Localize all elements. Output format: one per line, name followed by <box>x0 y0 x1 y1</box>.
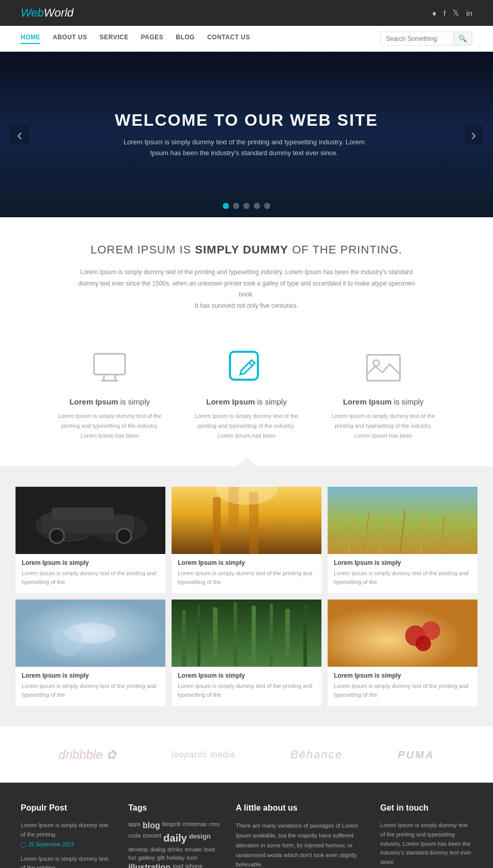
tag-envato[interactable]: envato <box>184 846 202 852</box>
hero-subtitle: Lorem Ipsum is simply dummy text of the … <box>115 137 373 159</box>
feature-3-title: Lorem Ipsum is simply <box>326 397 440 406</box>
portfolio-thumb-3 <box>328 487 477 554</box>
portfolio-thumb-2 <box>172 487 321 554</box>
hero-dot-2[interactable] <box>233 203 239 209</box>
intro-heading-end: OF THE PRINTING. <box>292 243 403 256</box>
footer-contact: Get in touch Lorem Ipsum is simply dummy… <box>380 803 472 868</box>
tag-coda[interactable]: coda <box>128 832 141 844</box>
logo-web: Web <box>21 6 44 19</box>
tag-dialog[interactable]: dialog <box>150 846 165 852</box>
tag-gift[interactable]: gift <box>157 855 165 861</box>
tag-design[interactable]: design <box>189 832 211 844</box>
portfolio-thumb-5 <box>172 600 321 667</box>
tag-develop[interactable]: develop <box>128 846 148 852</box>
about-text: There are many variations of passages of… <box>236 821 364 868</box>
feature-item-2: Lorem Ipsum is simply Lorem Ipsum is sim… <box>189 348 304 440</box>
portfolio-title-6: Lorem Ipsum is simply <box>334 672 471 679</box>
portfolio-item-5: Lorem Ipsum is simply Lorem Ipsum is sim… <box>172 600 321 706</box>
hero-next-button[interactable]: › <box>464 125 483 144</box>
twitter-icon[interactable]: 𝕏 <box>453 8 459 18</box>
top-header: WebWorld ♦ f 𝕏 in <box>0 0 493 26</box>
portfolio-desc-1: Lorem Ipsum is simply dummy text of the … <box>22 569 159 586</box>
contact-desc: Lorem Ipsum is simply dummy text of the … <box>380 821 472 866</box>
portfolio-info-3: Lorem Ipsum is simply Lorem Ipsum is sim… <box>328 554 477 593</box>
tag-blog[interactable]: blog <box>143 821 160 830</box>
facebook-icon[interactable]: f <box>443 9 445 18</box>
tags-cloud: apps blog blogroll christmas cms coda co… <box>128 821 220 868</box>
partner-leopards: leopards media <box>172 750 235 759</box>
tag-icon[interactable]: icon <box>187 855 197 861</box>
rss-icon[interactable]: ♦ <box>432 9 436 18</box>
footer-about: A little about us There are many variati… <box>236 803 364 868</box>
edit-icon <box>189 348 304 389</box>
tag-blogroll[interactable]: blogroll <box>162 821 180 830</box>
post-date-1: ◯ 25 September 2013 <box>21 842 113 847</box>
features-section: Lorem Ipsum is simply Lorem Ipsum is sim… <box>0 332 493 466</box>
search-button[interactable]: 🔍 <box>453 32 472 45</box>
tag-christmas[interactable]: christmas <box>182 821 207 830</box>
tag-gallery[interactable]: gallery <box>138 855 155 861</box>
post-text-2: Lorem Ipsum is simply dummy text of the … <box>21 855 113 868</box>
svg-rect-39 <box>328 600 477 667</box>
tag-fun[interactable]: fun <box>128 855 136 861</box>
portfolio-item-3: Lorem Ipsum is simply Lorem Ipsum is sim… <box>328 487 477 593</box>
clock-icon-1: ◯ <box>21 842 26 847</box>
feature-1-title: Lorem Ipsum is simply <box>52 397 167 406</box>
post-item-2: Lorem Ipsum is simply dummy text of the … <box>21 855 113 868</box>
hero-dot-1[interactable] <box>223 203 229 209</box>
svg-rect-32 <box>197 605 201 667</box>
nav-service[interactable]: SERVICE <box>100 34 129 44</box>
monitor-icon <box>52 348 167 389</box>
about-title: A little about us <box>236 803 364 813</box>
svg-rect-6 <box>367 355 400 381</box>
tag-cms[interactable]: cms <box>209 821 219 830</box>
nav-blog[interactable]: BLOG <box>176 34 195 44</box>
hero-content: WELCOME TO OUR WEB SITE Lorem Ipsum is s… <box>115 111 378 159</box>
svg-rect-36 <box>270 604 273 667</box>
hero-dot-3[interactable] <box>243 203 250 209</box>
portfolio-section: Lorem Ipsum is simply Lorem Ipsum is sim… <box>0 466 493 727</box>
hero-dot-4[interactable] <box>254 203 260 209</box>
tag-daily[interactable]: daily <box>163 832 187 844</box>
tag-iphone[interactable]: iphone <box>186 863 203 868</box>
svg-line-1 <box>103 375 104 381</box>
intro-description: Lorem Ipsum is simply dummy text of the … <box>71 267 422 311</box>
tag-ipad[interactable]: ipad <box>173 863 183 868</box>
svg-rect-35 <box>252 606 256 667</box>
portfolio-item-2: Lorem Ipsum is simply Lorem Ipsum is sim… <box>172 487 321 593</box>
tag-apps[interactable]: apps <box>128 821 141 830</box>
portfolio-title-5: Lorem Ipsum is simply <box>178 672 315 679</box>
svg-point-14 <box>117 529 131 543</box>
svg-rect-33 <box>213 607 218 667</box>
intro-section: LOREM IPSUM IS SIMPLY DUMMY OF THE PRINT… <box>0 217 493 332</box>
nav-pages[interactable]: PAGES <box>141 34 164 44</box>
nav-contact[interactable]: CONTACT US <box>207 34 250 44</box>
partners-section: dribbble ✿ leopards media Bëhance PUMA <box>0 727 493 783</box>
hero-title: WELCOME TO OUR WEB SITE <box>115 111 378 130</box>
svg-point-29 <box>52 625 83 656</box>
portfolio-title-3: Lorem Ipsum is simply <box>334 559 471 566</box>
search-input[interactable] <box>381 33 453 45</box>
hero-dot-5[interactable] <box>264 203 270 209</box>
tag-concert[interactable]: concert <box>143 832 161 844</box>
portfolio-desc-5: Lorem Ipsum is simply dummy text of the … <box>178 682 315 699</box>
tag-drinks[interactable]: drinks <box>167 846 182 852</box>
tag-food[interactable]: food <box>204 846 214 852</box>
portfolio-info-6: Lorem Ipsum is simply Lorem Ipsum is sim… <box>328 667 477 706</box>
tag-holiday[interactable]: holiday <box>167 855 185 861</box>
footer-popular-posts: Populr Post Lorem Ipsum is simply dummy … <box>21 803 113 868</box>
svg-rect-37 <box>285 609 290 667</box>
hero-prev-button[interactable]: ‹ <box>10 125 29 144</box>
linkedin-icon[interactable]: in <box>466 9 472 18</box>
tag-illustration[interactable]: illustration <box>128 863 171 868</box>
svg-rect-12 <box>52 507 114 520</box>
nav-home[interactable]: HOME <box>21 34 40 44</box>
svg-rect-38 <box>303 605 307 667</box>
svg-line-2 <box>115 375 116 381</box>
tags-title: Tags <box>128 803 220 813</box>
nav-about[interactable]: ABOUT US <box>53 34 87 44</box>
hero-section: ‹ WELCOME TO OUR WEB SITE Lorem Ipsum is… <box>0 52 493 217</box>
portfolio-desc-6: Lorem Ipsum is simply dummy text of the … <box>334 682 471 699</box>
portfolio-thumb-1 <box>16 487 165 554</box>
partner-dribbble: dribbble ✿ <box>58 747 116 762</box>
